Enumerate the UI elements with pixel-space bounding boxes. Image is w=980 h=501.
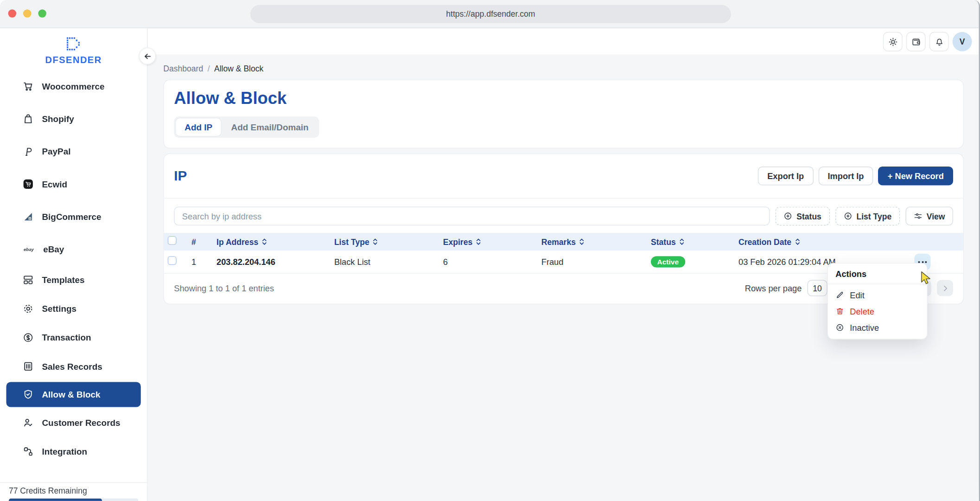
user-avatar[interactable]: V: [953, 32, 972, 51]
list-type-filter-button[interactable]: List Type: [835, 207, 900, 226]
action-edit[interactable]: Edit: [828, 287, 927, 303]
sidebar-item-label: Woocommerce: [42, 82, 104, 92]
column-header-creation-date[interactable]: Creation Date: [736, 237, 860, 246]
filter-label: Status: [796, 212, 821, 221]
logo-wordmark: DFSENDER: [45, 54, 102, 65]
sidebar-item-bigcommerce[interactable]: B BigCommerce: [0, 200, 147, 233]
cell-remarks: Fraud: [539, 257, 648, 266]
notification-bell-icon: [934, 37, 944, 47]
actions-dropdown-title: Actions: [828, 263, 927, 284]
sidebar-item-label: Ecwid: [42, 179, 67, 189]
url-text: https://app.dfsender.com: [446, 9, 535, 19]
dotted-d-logo-icon: [65, 36, 82, 52]
arrow-left-icon: [143, 51, 152, 60]
shield-check-icon: [23, 389, 34, 400]
sidebar-item-customer-records[interactable]: Customer Records: [0, 408, 147, 437]
entries-summary: Showing 1 to 1 of 1 entries: [174, 283, 274, 293]
sidebar-item-shopify[interactable]: Shopify: [0, 103, 147, 135]
sidebar-item-label: Templates: [42, 275, 84, 285]
dollar-circle-icon: [23, 332, 34, 343]
sort-icon: [261, 238, 267, 245]
ip-section-title: IP: [174, 167, 187, 186]
browser-window: https://app.dfsender.com DFSENDER Woocom…: [0, 0, 980, 501]
maximize-window-button[interactable]: [38, 9, 46, 18]
sidebar-item-integration[interactable]: Integration: [0, 437, 147, 466]
sidebar-item-settings[interactable]: Settings: [0, 295, 147, 323]
actions-dropdown: Actions Edit Delete Inactive: [827, 263, 928, 340]
credits-panel: 77 Credits Remaining: [0, 482, 147, 501]
ecwid-icon: [23, 179, 34, 190]
ip-card-header: IP Export Ip Import Ip + New Record: [164, 154, 963, 198]
new-record-button[interactable]: + New Record: [878, 167, 954, 186]
rows-per-page-select[interactable]: 10: [808, 280, 827, 296]
sidebar-item-allow-block[interactable]: Allow & Block: [6, 382, 141, 407]
sidebar-item-label: PayPal: [42, 147, 70, 157]
app-logo: DFSENDER: [0, 28, 147, 69]
next-page-button[interactable]: [937, 280, 953, 296]
rows-per-page-value: 10: [813, 283, 822, 293]
cell-num: 1: [189, 257, 214, 266]
sidebar-item-transaction[interactable]: Transaction: [0, 323, 147, 352]
column-header-status[interactable]: Status: [649, 237, 736, 246]
sidebar-item-ebay[interactable]: ebay eBay: [0, 233, 147, 265]
sidebar-item-templates[interactable]: Templates: [0, 265, 147, 294]
sidebar-item-sales-records[interactable]: Sales Records: [0, 352, 147, 381]
select-all-checkbox[interactable]: [168, 236, 177, 245]
add-type-tabs: Add IP Add Email/Domain: [174, 116, 319, 138]
breadcrumb-separator: /: [208, 64, 210, 73]
wallet-button[interactable]: [906, 32, 926, 51]
table-header-row: # Ip Address List Type Expires Remarks S…: [164, 233, 963, 250]
cart-icon: [23, 81, 34, 92]
column-header-list-type[interactable]: List Type: [332, 237, 441, 246]
row-checkbox[interactable]: [168, 256, 177, 265]
column-header-expires[interactable]: Expires: [440, 237, 539, 246]
status-badge: Active: [651, 256, 685, 267]
notifications-button[interactable]: [929, 32, 949, 51]
action-label: Edit: [850, 290, 864, 300]
rows-per-page-label: Rows per page: [745, 283, 802, 293]
column-header-remarks[interactable]: Remarks: [539, 237, 648, 246]
sidebar-item-label: Settings: [42, 304, 76, 314]
credits-progress-track: [9, 499, 138, 501]
shopping-bag-icon: [23, 113, 34, 124]
browser-chrome: https://app.dfsender.com: [0, 0, 979, 28]
export-ip-button[interactable]: Export Ip: [758, 167, 813, 186]
credits-remaining-label: 77 Credits Remaining: [9, 487, 138, 495]
action-label: Delete: [850, 307, 874, 316]
view-button[interactable]: View: [905, 207, 953, 226]
sort-icon: [372, 238, 378, 245]
sidebar-item-label: Customer Records: [42, 418, 120, 428]
action-inactive[interactable]: Inactive: [828, 320, 927, 336]
breadcrumb-dashboard-link[interactable]: Dashboard: [163, 64, 203, 73]
credits-progress-fill: [9, 499, 102, 501]
window-controls: [8, 9, 46, 18]
avatar-initial: V: [960, 37, 965, 46]
circle-x-icon: [835, 323, 844, 332]
address-bar[interactable]: https://app.dfsender.com: [250, 5, 731, 23]
sidebar-collapse-button[interactable]: [139, 48, 156, 64]
import-ip-button[interactable]: Import Ip: [818, 167, 873, 186]
theme-sun-icon: [888, 37, 898, 47]
sidebar-item-label: Integration: [42, 447, 87, 457]
barcode-icon: [23, 361, 34, 372]
tab-add-ip[interactable]: Add IP: [176, 118, 221, 136]
title-card: Allow & Block Add IP Add Email/Domain: [163, 79, 964, 148]
sidebar-item-ecwid[interactable]: Ecwid: [0, 168, 147, 200]
search-input[interactable]: [174, 207, 770, 226]
breadcrumb-current: Allow & Block: [214, 64, 263, 73]
action-delete[interactable]: Delete: [828, 303, 927, 319]
status-filter-button[interactable]: Status: [775, 207, 829, 226]
sidebar-item-paypal[interactable]: PayPal: [0, 135, 147, 168]
sidebar-item-woocommerce[interactable]: Woocommerce: [0, 70, 147, 103]
plus-circle-icon: [783, 212, 792, 220]
column-header-ip-address[interactable]: Ip Address: [214, 237, 332, 246]
sidebar-item-label: eBay: [43, 244, 64, 255]
tab-add-email-domain[interactable]: Add Email/Domain: [223, 118, 318, 136]
minimize-window-button[interactable]: [23, 9, 32, 18]
action-label: Inactive: [850, 323, 879, 332]
close-window-button[interactable]: [8, 9, 17, 18]
plus-circle-icon: [843, 212, 852, 220]
bigcommerce-icon: B: [23, 211, 34, 222]
templates-grid-icon: [23, 274, 34, 285]
theme-toggle-button[interactable]: [883, 32, 903, 51]
